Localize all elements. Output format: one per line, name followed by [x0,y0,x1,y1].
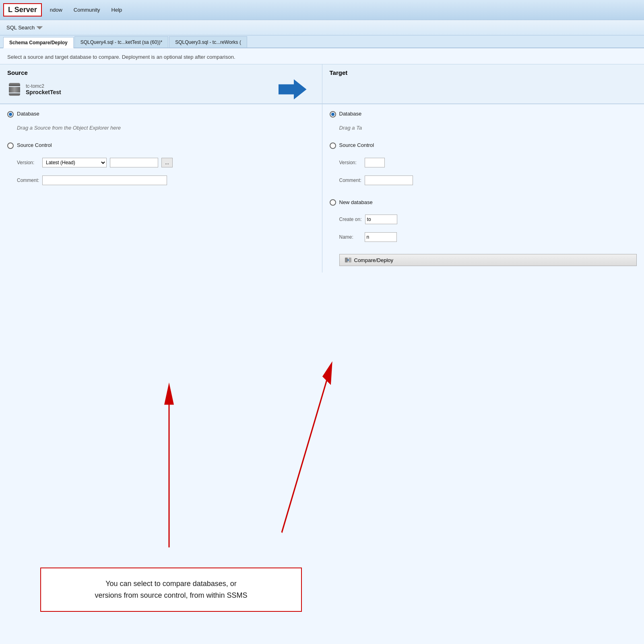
target-name-input[interactable] [365,232,397,242]
source-db-info: tc-tomc2 SprocketTest [7,79,315,103]
options-area: Database Drag a Source from the Object E… [0,104,644,272]
tab-sqlquery3[interactable]: SQLQuery3.sql - tc...reWorks ( [169,36,247,47]
tab-schema-compare[interactable]: Schema Compare/Deploy [3,37,74,48]
callout-text: You can select to compare databases, orv… [95,578,247,601]
tabs-bar: Schema Compare/Deploy SQLQuery4.sql - tc… [0,35,644,48]
db-cylinder-top [9,83,20,86]
target-create-on-label: Create on: [339,217,362,222]
target-new-db-radio-item: New database [330,199,637,206]
compare-arrow-container [279,79,315,99]
source-db-icon [7,82,22,97]
source-database-name: SprocketTest [26,89,61,95]
source-comment-label: Comment: [17,178,39,183]
target-new-db-label: New database [339,199,373,205]
target-version-label: Version: [339,160,361,165]
callout-box: You can select to compare databases, orv… [40,568,302,612]
tab-sqlquery4[interactable]: SQLQuery4.sql - tc...ketTest (sa (60))* [74,36,168,47]
target-comment-row: Comment: [339,175,637,185]
source-radio-group: Database Drag a Source from the Object E… [7,111,315,185]
dropdown-arrow-icon[interactable] [36,25,43,31]
toolbar: SQL Search [0,20,644,35]
target-comment-input[interactable] [365,175,413,185]
target-database-radio-item: Database [330,111,637,118]
target-comment-label: Comment: [339,178,361,183]
target-control-radio-item: Source Control [330,142,637,149]
source-version-select[interactable]: Latest (Head) [42,158,107,167]
svg-rect-0 [345,258,348,262]
target-version-row: Version: [339,158,637,167]
source-drag-hint: Drag a Source from the Object Explorer h… [17,125,315,131]
target-name-label: Name: [339,234,361,240]
target-version-input[interactable] [365,158,385,167]
description-bar: Select a source and target database to c… [0,48,644,64]
db-cylinder-body [9,87,20,93]
db-cylinder-bottom [9,93,20,96]
compare-deploy-button[interactable]: Compare/Deploy [339,254,637,266]
compare-deploy-icon [345,256,352,264]
source-server: tc-tomc2 [26,83,61,89]
target-create-on-input[interactable] [365,215,397,224]
menu-community[interactable]: Community [72,6,102,14]
bottom-section: You can select to compare databases, orv… [0,272,644,644]
target-database-label: Database [339,111,362,117]
target-control-label: Source Control [339,142,374,148]
target-name-row: Name: [339,232,637,242]
main-content: Select a source and target database to c… [0,48,644,644]
source-version-label: Version: [17,160,39,165]
target-radio-group: Database Drag a Ta Source Control Versio… [330,111,637,266]
svg-rect-1 [349,258,351,262]
target-control-radio[interactable] [330,142,336,149]
compare-blue-arrow-icon [279,79,307,99]
source-name-info: tc-tomc2 SprocketTest [26,83,61,95]
target-options: Database Drag a Ta Source Control Versio… [322,104,644,272]
target-new-db-radio[interactable] [330,199,336,206]
source-comment-input[interactable] [42,175,167,185]
target-heading: Target [330,69,637,76]
menu-window[interactable]: ndow [48,6,64,14]
menu-bar: ndow Community Help [48,6,124,14]
source-version-input[interactable] [110,158,158,167]
source-options: Database Drag a Source from the Object E… [0,104,322,272]
target-create-on-row: Create on: [339,215,637,224]
source-database-radio-item: Database [7,111,315,118]
source-database-radio[interactable] [7,111,14,118]
source-control-radio[interactable] [7,142,14,149]
source-comment-row: Comment: [17,175,315,185]
source-version-row: Version: Latest (Head) ... [17,158,315,167]
title-bar: L Server ndow Community Help [0,0,644,20]
sql-search-label: SQL Search [6,25,35,31]
app-title: L Server [3,3,42,17]
source-control-label: Source Control [17,142,52,148]
svg-line-4 [282,369,330,533]
target-database-radio[interactable] [330,111,336,118]
target-header-area: Target [322,64,644,103]
menu-help[interactable]: Help [110,6,124,14]
source-target-header: Source tc-tomc2 SprocketTest Target [0,64,644,104]
source-heading: Source [7,69,315,76]
source-header-area: Source tc-tomc2 SprocketTest [0,64,322,103]
source-database-label: Database [17,111,39,117]
description-text: Select a source and target database to c… [7,54,235,60]
source-browse-button[interactable]: ... [161,158,173,167]
sql-search-button[interactable]: SQL Search [3,23,46,32]
source-control-radio-item: Source Control [7,142,315,149]
compare-deploy-label: Compare/Deploy [354,257,394,263]
target-drag-hint: Drag a Ta [339,125,637,131]
